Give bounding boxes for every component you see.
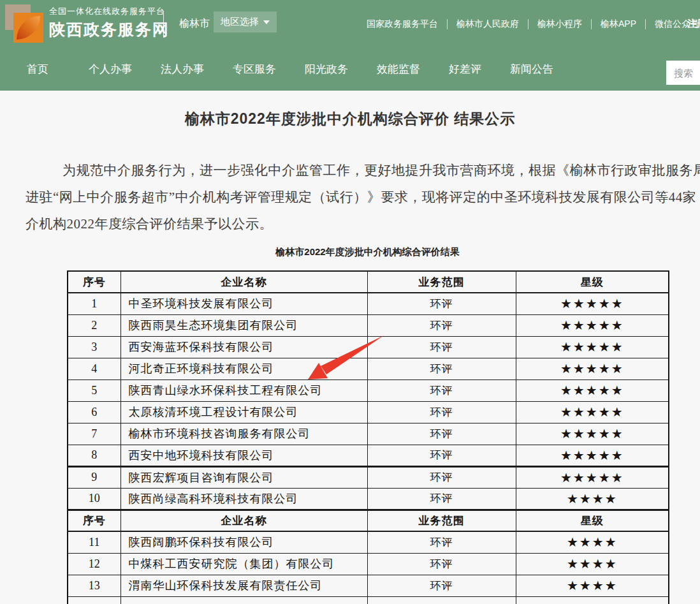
cell-scope: 环评 xyxy=(367,488,516,510)
region-selector-button[interactable]: 地区选择 xyxy=(214,11,277,33)
nav-item[interactable]: 效能监督 xyxy=(377,62,420,77)
cell-stars: ★★★★★ xyxy=(516,293,669,314)
cell-scope: 环评 xyxy=(367,314,516,336)
cell-name: 陕西阔鹏环保科技有限公司 xyxy=(120,531,367,553)
cell-scope: 环评 xyxy=(367,553,516,575)
register-link[interactable]: 注册 xyxy=(687,18,700,30)
cell-name xyxy=(120,596,367,604)
table-row: 3西安海蓝环保科技有限公司环评★★★★★ xyxy=(68,336,669,358)
column-header: 序号 xyxy=(68,271,120,293)
top-links: 国家政务服务平台榆林市人民政府榆林小程序榆林APP微信公众号 xyxy=(367,0,699,48)
cell-stars: ★★★★★ xyxy=(516,423,669,445)
cell-no: 7 xyxy=(68,423,120,445)
region-selector-label: 地区选择 xyxy=(221,16,259,28)
column-header: 企业名称 xyxy=(120,510,367,531)
table-row: 5陕西青山绿水环保科技工程有限公司环评★★★★★ xyxy=(68,379,669,401)
cell-no: 11 xyxy=(68,531,120,553)
top-link[interactable]: 榆林APP xyxy=(601,18,636,30)
cell-scope: 环评 xyxy=(367,358,516,379)
cell-name: 西安中地环境科技有限公司 xyxy=(120,445,367,466)
cell-stars: ★★★★ xyxy=(516,553,669,575)
nav-item[interactable]: 专区服务 xyxy=(233,62,276,77)
cell-no: 9 xyxy=(68,466,120,488)
cell-scope: 环评 xyxy=(367,531,516,553)
content-area: 榆林市2022年度涉批中介机构综合评价 结果公示 为规范中介服务行为，进一步强化… xyxy=(0,91,700,604)
nav-item[interactable]: 首页 xyxy=(27,62,48,77)
cell-scope: 环评 xyxy=(367,575,516,596)
logo-front-square xyxy=(13,13,43,43)
column-header: 星级 xyxy=(516,510,669,531)
cell-scope: 环评 xyxy=(367,293,516,314)
evaluation-table: 序号企业名称业务范围星级1中圣环境科技发展有限公司环评★★★★★2陕西雨昊生态环… xyxy=(67,270,669,604)
cell-no: 5 xyxy=(68,379,120,401)
link-separator xyxy=(528,19,529,29)
table-header-row: 序号企业名称业务范围星级 xyxy=(68,271,669,293)
cell-stars: ★★★★★ xyxy=(516,358,669,379)
paragraph-line: 进驻“网上中介服务超市”中介机构考评管理规定（试行）》要求，现将评定的中圣环境科… xyxy=(26,184,700,210)
cell-stars: ★★★★★ xyxy=(516,379,669,401)
table-row: 6太原核清环境工程设计有限公司环评★★★★★ xyxy=(68,401,669,423)
top-link[interactable]: 榆林小程序 xyxy=(537,18,582,30)
cell-scope: 环评 xyxy=(367,445,516,466)
cell-name: 中煤科工西安研究院（集团）有限公司 xyxy=(120,553,367,575)
table-row: 10陕西尚绿高科环境科技有限公司环评★★★★ xyxy=(68,488,669,510)
main-nav: 首页个人办事法人办事专区服务阳光政务效能监督好差评新闻公告 xyxy=(0,48,700,91)
cell-no: 12 xyxy=(68,553,120,575)
cell-scope: 环评 xyxy=(367,423,516,445)
cell-name: 陕西宏辉项目咨询有限公司 xyxy=(120,466,367,488)
column-header: 星级 xyxy=(516,271,669,293)
cell-stars: ★★★★★ xyxy=(516,466,669,488)
column-header: 企业名称 xyxy=(120,271,367,293)
top-link[interactable]: 国家政务服务平台 xyxy=(367,18,438,30)
cell-stars xyxy=(516,596,669,604)
site-title: 陕西政务服务网 xyxy=(49,19,170,40)
cell-name: 渭南华山环保科技发展有限责任公司 xyxy=(120,575,367,596)
cell-stars: ★★★★★ xyxy=(516,401,669,423)
table-caption: 榆林市2022年度涉批中介机构综合评价结果 xyxy=(67,246,668,258)
table-row: 4河北奇正环境科技有限公司环评★★★★★ xyxy=(68,358,669,379)
nav-item[interactable]: 个人办事 xyxy=(89,62,132,77)
table-row xyxy=(68,596,669,604)
cell-name: 河北奇正环境科技有限公司 xyxy=(120,358,367,379)
cell-stars: ★★★★ xyxy=(516,531,669,553)
header-top-row: 全国一体化在线政务服务平台 陕西政务服务网 榆林市 地区选择 国家政务服务平台榆… xyxy=(0,0,700,48)
cell-no: 6 xyxy=(68,401,120,423)
nav-item[interactable]: 新闻公告 xyxy=(510,62,553,77)
table-row: 13渭南华山环保科技发展有限责任公司环评★★★★ xyxy=(68,575,669,596)
top-link[interactable]: 榆林市人民政府 xyxy=(456,18,519,30)
cell-name: 陕西青山绿水环保科技工程有限公司 xyxy=(120,379,367,401)
site-logo xyxy=(5,4,45,43)
cell-name: 西安海蓝环保科技有限公司 xyxy=(120,336,367,358)
cell-no: 13 xyxy=(68,575,120,596)
cell-scope xyxy=(367,596,516,604)
cell-name: 太原核清环境工程设计有限公司 xyxy=(120,401,367,423)
link-separator xyxy=(447,19,448,29)
table-row: 2陕西雨昊生态环境集团有限公司环评★★★★★ xyxy=(68,314,669,336)
leaf-icon xyxy=(17,16,40,40)
cell-stars: ★★★★★ xyxy=(516,336,669,358)
cell-stars: ★★★★ xyxy=(516,488,669,510)
cell-no: 8 xyxy=(68,445,120,466)
cell-name: 陕西尚绿高科环境科技有限公司 xyxy=(120,488,367,510)
cell-no: 2 xyxy=(68,314,120,336)
cell-stars: ★★★★★ xyxy=(516,445,669,466)
cell-name: 中圣环境科技发展有限公司 xyxy=(120,293,367,314)
chevron-down-icon xyxy=(263,20,270,24)
table-row: 11陕西阔鹏环保科技有限公司环评★★★★ xyxy=(68,531,669,553)
cell-scope: 环评 xyxy=(367,466,516,488)
cell-no: 1 xyxy=(68,293,120,314)
nav-item[interactable]: 好差评 xyxy=(449,62,481,77)
page-title: 榆林市2022年度涉批中介机构综合评价 结果公示 xyxy=(0,109,700,129)
header-divider xyxy=(163,11,164,38)
column-header: 序号 xyxy=(68,510,120,531)
nav-item[interactable]: 阳光政务 xyxy=(305,62,348,77)
current-city-label: 榆林市 xyxy=(179,17,210,31)
cell-scope: 环评 xyxy=(367,401,516,423)
cell-name: 陕西雨昊生态环境集团有限公司 xyxy=(120,314,367,336)
table-row: 9陕西宏辉项目咨询有限公司环评★★★★★ xyxy=(68,466,669,488)
column-header: 业务范围 xyxy=(367,510,516,531)
nav-item[interactable]: 法人办事 xyxy=(161,62,204,77)
cell-stars: ★★★★ xyxy=(516,575,669,596)
site-header: 全国一体化在线政务服务平台 陕西政务服务网 榆林市 地区选择 国家政务服务平台榆… xyxy=(0,0,700,91)
search-input[interactable] xyxy=(666,61,700,85)
